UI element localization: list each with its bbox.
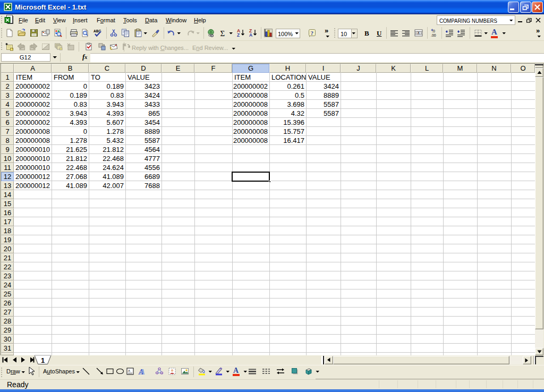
svg-text:.00: .00 [431, 33, 436, 37]
svg-text:Σ: Σ [220, 29, 225, 38]
svg-text:A: A [140, 368, 145, 376]
svg-text:A: A [249, 32, 252, 38]
svg-text:Z: Z [237, 32, 240, 38]
svg-text:A: A [128, 369, 130, 372]
svg-text:?: ? [311, 30, 314, 36]
